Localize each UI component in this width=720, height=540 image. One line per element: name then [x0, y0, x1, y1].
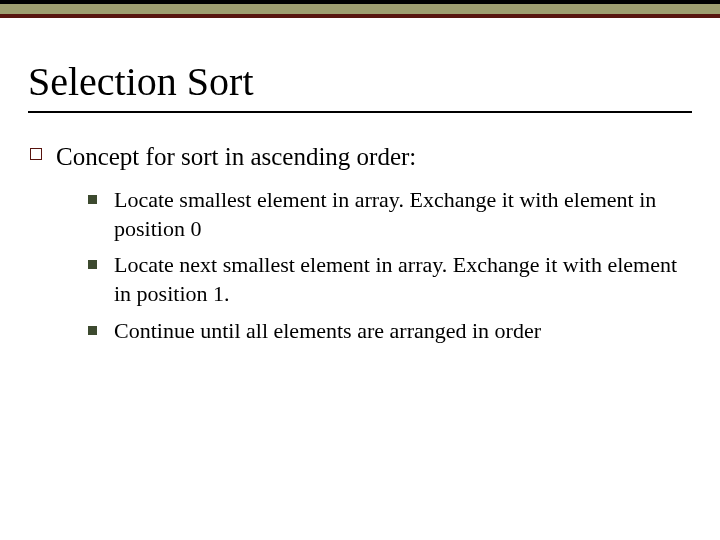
list-item-text: Continue until all elements are arranged…	[114, 318, 541, 343]
title-underline	[28, 111, 692, 113]
square-outline-bullet-icon	[30, 148, 42, 160]
list-item: Concept for sort in ascending order: Loc…	[56, 141, 692, 345]
header-accent-bar	[0, 0, 720, 18]
list-item-text: Locate smallest element in array. Exchan…	[114, 187, 656, 241]
bullet-list-level2: Locate smallest element in array. Exchan…	[56, 186, 692, 345]
list-item-text: Locate next smallest element in array. E…	[114, 252, 677, 306]
list-item: Continue until all elements are arranged…	[114, 317, 692, 346]
list-item-text: Concept for sort in ascending order:	[56, 143, 416, 170]
square-solid-bullet-icon	[88, 260, 97, 269]
bullet-list-level1: Concept for sort in ascending order: Loc…	[28, 141, 692, 345]
square-solid-bullet-icon	[88, 326, 97, 335]
square-solid-bullet-icon	[88, 195, 97, 204]
list-item: Locate smallest element in array. Exchan…	[114, 186, 692, 243]
list-item: Locate next smallest element in array. E…	[114, 251, 692, 308]
slide-content: Selection Sort Concept for sort in ascen…	[0, 18, 720, 345]
slide-title: Selection Sort	[28, 58, 692, 105]
